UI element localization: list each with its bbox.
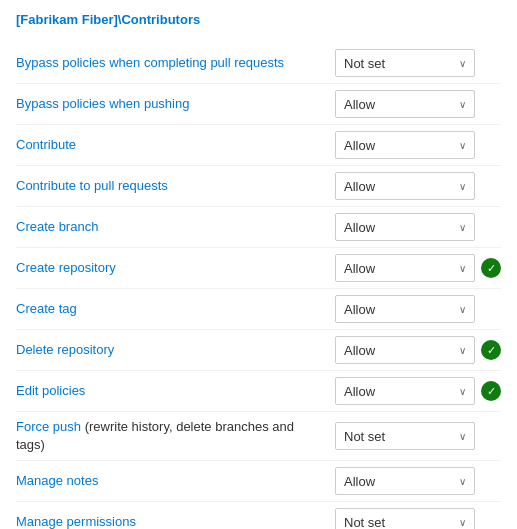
dropdown-create-tag[interactable]: Allow∨ <box>335 295 475 323</box>
dropdown-value-manage-notes: Allow <box>344 474 375 489</box>
check-placeholder <box>481 94 501 114</box>
permission-label-manage-permissions: Manage permissions <box>16 513 335 529</box>
chevron-down-icon: ∨ <box>459 263 466 274</box>
check-icon: ✓ <box>481 381 501 401</box>
dropdown-bypass-policies-pushing[interactable]: Allow∨ <box>335 90 475 118</box>
permission-label-contribute: Contribute <box>16 136 335 154</box>
dropdown-value-create-repository: Allow <box>344 261 375 276</box>
dropdown-contribute-pull-requests[interactable]: Allow∨ <box>335 172 475 200</box>
dropdown-manage-permissions[interactable]: Not set∨ <box>335 508 475 529</box>
dropdown-force-push[interactable]: Not set∨ <box>335 422 475 450</box>
check-icon: ✓ <box>481 340 501 360</box>
permission-row: Edit policiesAllow∨✓ <box>16 371 501 412</box>
permission-row: ContributeAllow∨ <box>16 125 501 166</box>
permission-label-create-tag: Create tag <box>16 300 335 318</box>
check-placeholder <box>481 426 501 446</box>
permission-row: Delete repositoryAllow∨✓ <box>16 330 501 371</box>
permission-control-delete-repository: Allow∨✓ <box>335 336 501 364</box>
dropdown-value-create-tag: Allow <box>344 302 375 317</box>
permission-label-create-repository: Create repository <box>16 259 335 277</box>
permission-label-contribute-pull-requests: Contribute to pull requests <box>16 177 335 195</box>
check-placeholder <box>481 471 501 491</box>
check-placeholder <box>481 299 501 319</box>
permission-control-create-tag: Allow∨ <box>335 295 501 323</box>
chevron-down-icon: ∨ <box>459 431 466 442</box>
dropdown-value-create-branch: Allow <box>344 220 375 235</box>
permission-row: Bypass policies when pushingAllow∨ <box>16 84 501 125</box>
chevron-down-icon: ∨ <box>459 386 466 397</box>
permission-control-create-branch: Allow∨ <box>335 213 501 241</box>
chevron-down-icon: ∨ <box>459 345 466 356</box>
permission-control-bypass-policies-pushing: Allow∨ <box>335 90 501 118</box>
dropdown-value-force-push: Not set <box>344 429 385 444</box>
permission-label-bypass-policies-completing: Bypass policies when completing pull req… <box>16 54 335 72</box>
chevron-down-icon: ∨ <box>459 222 466 233</box>
permission-row: Force push (rewrite history, delete bran… <box>16 412 501 461</box>
dropdown-manage-notes[interactable]: Allow∨ <box>335 467 475 495</box>
permission-row: Create tagAllow∨ <box>16 289 501 330</box>
chevron-down-icon: ∨ <box>459 476 466 487</box>
permission-label-force-push: Force push (rewrite history, delete bran… <box>16 418 335 454</box>
permission-label-edit-policies: Edit policies <box>16 382 335 400</box>
permission-row: Manage notesAllow∨ <box>16 461 501 502</box>
permission-control-contribute-pull-requests: Allow∨ <box>335 172 501 200</box>
check-placeholder <box>481 53 501 73</box>
permission-row: Contribute to pull requestsAllow∨ <box>16 166 501 207</box>
dropdown-value-bypass-policies-completing: Not set <box>344 56 385 71</box>
dropdown-bypass-policies-completing[interactable]: Not set∨ <box>335 49 475 77</box>
check-placeholder <box>481 135 501 155</box>
permission-control-manage-notes: Allow∨ <box>335 467 501 495</box>
permission-control-contribute: Allow∨ <box>335 131 501 159</box>
dropdown-value-contribute-pull-requests: Allow <box>344 179 375 194</box>
dropdown-value-contribute: Allow <box>344 138 375 153</box>
chevron-down-icon: ∨ <box>459 181 466 192</box>
page-title: [Fabrikam Fiber]\Contributors <box>16 12 501 27</box>
permission-control-manage-permissions: Not set∨ <box>335 508 501 529</box>
permission-label-manage-notes: Manage notes <box>16 472 335 490</box>
permission-row: Manage permissionsNot set∨ <box>16 502 501 529</box>
check-icon: ✓ <box>481 258 501 278</box>
permission-label-delete-repository: Delete repository <box>16 341 335 359</box>
dropdown-value-delete-repository: Allow <box>344 343 375 358</box>
dropdown-create-repository[interactable]: Allow∨ <box>335 254 475 282</box>
permission-row: Bypass policies when completing pull req… <box>16 43 501 84</box>
chevron-down-icon: ∨ <box>459 517 466 528</box>
dropdown-delete-repository[interactable]: Allow∨ <box>335 336 475 364</box>
dropdown-contribute[interactable]: Allow∨ <box>335 131 475 159</box>
check-placeholder <box>481 512 501 529</box>
dropdown-create-branch[interactable]: Allow∨ <box>335 213 475 241</box>
permission-row: Create branchAllow∨ <box>16 207 501 248</box>
dropdown-value-manage-permissions: Not set <box>344 515 385 529</box>
permissions-list: Bypass policies when completing pull req… <box>16 43 501 529</box>
chevron-down-icon: ∨ <box>459 140 466 151</box>
permission-control-force-push: Not set∨ <box>335 422 501 450</box>
chevron-down-icon: ∨ <box>459 58 466 69</box>
permission-control-bypass-policies-completing: Not set∨ <box>335 49 501 77</box>
permission-control-create-repository: Allow∨✓ <box>335 254 501 282</box>
permission-label-bypass-policies-pushing: Bypass policies when pushing <box>16 95 335 113</box>
dropdown-value-edit-policies: Allow <box>344 384 375 399</box>
chevron-down-icon: ∨ <box>459 304 466 315</box>
check-placeholder <box>481 176 501 196</box>
check-placeholder <box>481 217 501 237</box>
permission-label-create-branch: Create branch <box>16 218 335 236</box>
chevron-down-icon: ∨ <box>459 99 466 110</box>
permission-control-edit-policies: Allow∨✓ <box>335 377 501 405</box>
dropdown-value-bypass-policies-pushing: Allow <box>344 97 375 112</box>
permission-row: Create repositoryAllow∨✓ <box>16 248 501 289</box>
dropdown-edit-policies[interactable]: Allow∨ <box>335 377 475 405</box>
